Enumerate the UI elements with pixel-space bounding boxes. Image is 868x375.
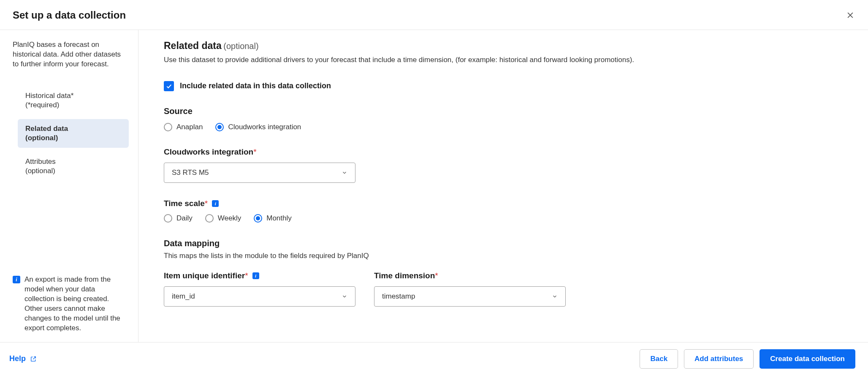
cloudworks-integration-label: Cloudworks integration* <box>164 147 843 157</box>
info-icon[interactable]: i <box>212 200 219 207</box>
dialog-title: Set up a data collection <box>13 9 126 21</box>
data-mapping-description: This maps the lists in the module to the… <box>164 251 843 261</box>
time-scale-radio-daily[interactable]: Daily <box>164 214 193 223</box>
sidebar-info-text: An export is made from the model when yo… <box>24 275 125 333</box>
time-scale-radio-monthly[interactable]: Monthly <box>254 214 292 223</box>
external-link-icon <box>30 356 37 362</box>
include-related-label: Include related data in this data collec… <box>180 82 331 90</box>
nav-item-label: Historical data* <box>25 92 73 100</box>
item-unique-identifier-label: Item unique identifier* i <box>164 271 355 280</box>
chevron-down-icon <box>342 293 347 299</box>
sidebar: PlanIQ bases a forecast on historical da… <box>0 30 138 343</box>
close-button[interactable] <box>845 10 855 20</box>
radio-icon <box>205 214 214 223</box>
data-mapping-title: Data mapping <box>164 239 843 248</box>
sidebar-nav: Historical data* (*required) Related dat… <box>13 86 125 181</box>
info-icon[interactable]: i <box>252 272 259 279</box>
time-dimension-label: Time dimension* <box>374 271 566 280</box>
radio-label: Weekly <box>218 214 241 223</box>
nav-item-sublabel: (optional) <box>25 133 121 143</box>
sidebar-description: PlanIQ bases a forecast on historical da… <box>13 40 125 69</box>
select-value: timestamp <box>382 292 415 301</box>
item-unique-identifier-select[interactable]: item_id <box>164 286 355 307</box>
help-label: Help <box>9 354 26 363</box>
nav-item-sublabel: (optional) <box>25 166 121 176</box>
nav-item-label: Attributes <box>25 158 56 166</box>
time-scale-radio-weekly[interactable]: Weekly <box>205 214 241 223</box>
nav-item-sublabel: (*required) <box>25 101 121 110</box>
data-mapping-row: Item unique identifier* i item_id Time d… <box>164 271 843 307</box>
info-icon: i <box>13 276 20 283</box>
nav-item-historical-data[interactable]: Historical data* (*required) <box>18 86 129 115</box>
nav-item-label: Related data <box>25 125 68 133</box>
section-description: Use this dataset to provide additional d… <box>164 55 843 65</box>
radio-icon <box>164 214 172 223</box>
include-related-checkbox-row: Include related data in this data collec… <box>164 81 843 91</box>
time-scale-label: Time scale* i <box>164 199 843 208</box>
create-data-collection-button[interactable]: Create data collection <box>760 349 855 369</box>
source-radio-cloudworks[interactable]: Cloudworks integration <box>215 123 301 131</box>
close-icon <box>846 11 854 19</box>
footer-buttons: Back Add attributes Create data collecti… <box>640 349 855 369</box>
sidebar-info: i An export is made from the model when … <box>13 275 125 333</box>
include-related-checkbox[interactable] <box>164 81 174 91</box>
nav-item-related-data[interactable]: Related data (optional) <box>18 119 129 148</box>
section-title-related-data: Related data <box>164 40 222 51</box>
radio-label: Cloudworks integration <box>228 123 301 131</box>
source-radio-anaplan[interactable]: Anaplan <box>164 123 203 131</box>
nav-item-attributes[interactable]: Attributes (optional) <box>18 152 129 181</box>
dialog-footer: Help Back Add attributes Create data col… <box>0 342 868 375</box>
add-attributes-button[interactable]: Add attributes <box>684 349 754 369</box>
main-content: Related data (optional) Use this dataset… <box>138 30 868 343</box>
chevron-down-icon <box>342 170 347 176</box>
radio-icon <box>215 123 224 131</box>
section-title-suffix: (optional) <box>223 41 258 51</box>
select-value: S3 RTS M5 <box>172 168 209 177</box>
help-link[interactable]: Help <box>9 354 37 363</box>
source-radio-group: Anaplan Cloudworks integration <box>164 123 843 131</box>
radio-icon <box>254 214 262 223</box>
chevron-down-icon <box>552 293 558 299</box>
time-dimension-select[interactable]: timestamp <box>374 286 566 307</box>
radio-label: Daily <box>176 214 193 223</box>
cloudworks-integration-select[interactable]: S3 RTS M5 <box>164 163 355 183</box>
time-scale-radio-group: Daily Weekly Monthly <box>164 214 843 223</box>
back-button[interactable]: Back <box>640 349 678 369</box>
radio-icon <box>164 123 172 131</box>
dialog-header: Set up a data collection <box>0 0 868 30</box>
checkmark-icon <box>165 83 172 90</box>
source-title: Source <box>164 106 843 116</box>
select-value: item_id <box>172 292 195 301</box>
radio-label: Anaplan <box>176 123 203 131</box>
dialog-body: PlanIQ bases a forecast on historical da… <box>0 30 868 343</box>
radio-label: Monthly <box>266 214 292 223</box>
